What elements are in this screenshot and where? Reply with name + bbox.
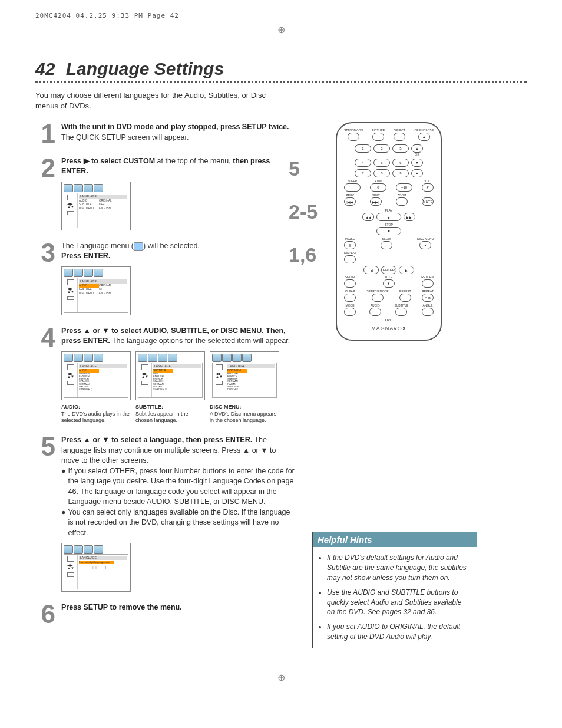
btn-vol-up: ▲: [411, 169, 423, 177]
btn-8: 8: [373, 169, 390, 177]
btn-right: ▶: [399, 266, 414, 274]
btn-0: 0: [370, 183, 386, 192]
step-6-number: 6: [35, 602, 55, 626]
btn-prev: |◀◀: [344, 197, 356, 206]
step-2-bold-a: Press: [61, 157, 84, 165]
title-label: TITLE: [385, 276, 393, 279]
dvd-logo: DVD: [342, 318, 436, 322]
menu-screenshot-custom: ◀▶▲▼ LANGUAGE AUDIOORIGINAL SUBTITLEOFF …: [61, 182, 131, 230]
btn-3: 3: [392, 144, 409, 153]
menu-header: LANGUAGE: [227, 364, 275, 368]
setup-label: SETUP: [345, 276, 355, 279]
btn-5: 5: [373, 159, 390, 167]
plus100-label: +100: [375, 180, 381, 183]
step-2-rest: at the top of the menu,: [155, 157, 233, 165]
callout-5: 5: [289, 157, 338, 180]
step-4: 4 Press ▲ or ▼ to select AUDIO, SUBTITLE…: [35, 326, 295, 424]
step-5-number: 5: [35, 435, 55, 592]
bullet-icon: ●: [61, 466, 66, 508]
btn-select-label: SELECT: [394, 129, 405, 132]
other-code-label: Enter a 4-digit language code: [79, 561, 114, 564]
repeat-label: REPEAT: [399, 290, 411, 293]
search-label: SEARCH MODE: [366, 290, 388, 293]
step-1-rest: The QUICK SETUP screen will appear.: [61, 133, 189, 141]
btn-slow: [381, 241, 392, 249]
next-label: NEXT: [372, 194, 379, 197]
btn-plus10: +10: [396, 183, 412, 192]
btn-display: [344, 255, 356, 263]
btn-7: 7: [355, 169, 371, 177]
step-4-rest: The language options for the selected it…: [110, 337, 290, 345]
row-discmenu: DISC MENU: [79, 207, 99, 210]
remote-brand: MAGNAVOX: [342, 325, 436, 331]
row-discmenu: DISC MENU: [79, 292, 99, 295]
sleep-label: SLEEP: [348, 180, 357, 183]
step-6-bold: Press SETUP to remove the menu.: [61, 603, 182, 611]
prev-label: PREV: [346, 194, 354, 197]
menu-screenshot-other: ◀▶▲▼ LANGUAGE Enter a 4-digit language c…: [61, 543, 131, 592]
step-2-number: 2: [35, 156, 55, 230]
btn-stop: ■: [376, 227, 401, 235]
btn-picture: [372, 133, 384, 141]
btn-1: 1: [355, 144, 371, 153]
vol-label: VOL.: [424, 180, 431, 183]
play-label: PLAY: [385, 209, 392, 212]
row-discmenu-val: ENGLISH: [99, 207, 111, 210]
menu-screenshot-subtitle: ◀▶▲▼ LANGUAGE SUBTITLE OFFENGLISHFRENCHS…: [135, 351, 206, 424]
discmenu-label: DISC MENU: [417, 238, 434, 241]
menu-header: LANGUAGE: [79, 195, 127, 199]
btn-down: ▼: [383, 279, 395, 288]
caption-audio-body: The DVD's audio plays in the selected la…: [61, 411, 130, 424]
remote-illustration: STANDBY-ON PICTURE SELECT OPEN/CLOSE▲ 1 …: [336, 122, 442, 341]
code-digits: □□□□: [79, 564, 127, 572]
callout-2-5: 2-5: [289, 200, 338, 223]
btn-repeat: [399, 294, 411, 302]
step-4-number: 4: [35, 326, 55, 424]
btn-search: [372, 294, 384, 302]
menu-header: LANGUAGE: [79, 364, 127, 368]
crop-mark-icon: ⊕: [35, 24, 527, 35]
clear-label: CLEAR: [345, 290, 355, 293]
btn-setup: [344, 279, 356, 288]
btn-play: ▶: [376, 213, 401, 221]
title-divider: [35, 81, 527, 83]
btn-next: ▶▶|: [370, 197, 382, 206]
btn-standby-label: STANDBY-ON: [344, 129, 363, 132]
btn-left: ◀: [363, 266, 379, 274]
lang-list-discmenu: ENGLISHFRENCHSPANISHGERMANITALIANSWEDISH…: [227, 373, 275, 391]
angle-label: ANGLE: [422, 304, 432, 307]
step-1-bold: With the unit in DVD mode and play stopp…: [61, 123, 289, 131]
btn-picture-label: PICTURE: [372, 129, 385, 132]
step-5-bullet-1: If you select OTHER, press four Number b…: [68, 466, 295, 508]
step-5-bullet-2: You can select only languages available …: [68, 508, 295, 539]
hint-item-2: Use the AUDIO and SUBTITLE buttons to qu…: [327, 588, 470, 617]
caption-subtitle-title: SUBTITLE:: [135, 404, 163, 410]
return-label: RETURN: [421, 276, 434, 279]
title-text: Language Settings: [66, 59, 224, 78]
step-2-bold-b: to select CUSTOM: [90, 157, 156, 165]
hint-item-1: If the DVD's default settings for Audio …: [327, 553, 470, 582]
intro-text: You may choose different languages for t…: [35, 90, 289, 111]
ch-label: CH.: [415, 153, 420, 156]
step-5-bold: Press ▲ or ▼ to select a language, then …: [61, 436, 252, 444]
menu-header: LANGUAGE: [79, 556, 127, 560]
step-3-lead: The Language menu (: [61, 242, 134, 250]
btn-angle: [422, 308, 434, 316]
slow-label: SLOW: [382, 238, 391, 241]
menu-screenshot-audio: ◀▶▲▼ LANGUAGE AUDIO ORIGINALENGLISHFRENC…: [61, 351, 132, 424]
btn-enter: ENTER: [381, 266, 396, 274]
btn-vol-down: ▼: [422, 183, 434, 192]
btn-clear: [344, 294, 356, 302]
menu-screenshot-discmenu: ◀▶▲▼ LANGUAGE DISC MENU ENGLISHFRENCHSPA…: [210, 351, 280, 424]
btn-pause: ||: [344, 241, 356, 249]
btn-select: [394, 133, 405, 141]
caption-subtitle-body: Subtitles appear in the chosen language.: [135, 411, 189, 424]
hint-item-3: If you set AUDIO to ORIGINAL, the defaul…: [327, 622, 470, 642]
step-3-bold: Press ENTER.: [61, 252, 110, 260]
btn-return: [422, 279, 434, 288]
caption-discmenu-body: A DVD's Disc menu appears in the chosen …: [210, 411, 276, 424]
mode-label: MODE: [346, 304, 355, 307]
btn-ff: ▶▶: [404, 213, 415, 221]
callout-1-6: 1,6: [289, 243, 338, 266]
repeat2-label: REPEAT: [422, 290, 434, 293]
